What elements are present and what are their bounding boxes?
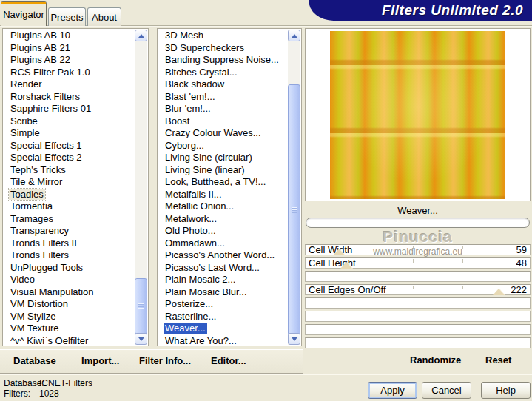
menu-import[interactable]: Import... (81, 355, 119, 366)
preview-box[interactable] (305, 28, 531, 201)
chevron-down-icon (138, 337, 144, 341)
reset-button[interactable]: Reset (485, 354, 511, 365)
parameter-sliders: Cell Width59Cell Height48Cell Edges On/O… (305, 244, 531, 351)
slider-value: 222 (511, 285, 527, 295)
scroll-up-button[interactable] (135, 30, 147, 41)
scrollbar-thumb[interactable] (288, 84, 300, 335)
randomize-reset-bar: Randomize Reset (305, 348, 531, 373)
filter-item[interactable]: Boost (164, 115, 288, 128)
filter-item[interactable]: Metalfalls II... (164, 189, 288, 201)
category-item[interactable]: Tronds Filters (9, 249, 135, 262)
category-item[interactable]: VM Stylize (9, 311, 135, 323)
filter-item[interactable]: Metalwork... (164, 213, 288, 226)
watermark-name: Pinuccia (305, 228, 531, 246)
category-item[interactable]: VM Distortion (9, 298, 135, 311)
scroll-down-button[interactable] (135, 333, 147, 345)
filter-item[interactable]: Posterize... (164, 298, 288, 311)
category-item[interactable]: Tramages (9, 213, 135, 226)
filter-item[interactable]: Weaver... (164, 323, 288, 335)
category-item[interactable]: VM Texture (9, 323, 135, 335)
progress-bar (306, 218, 530, 228)
cancel-button[interactable]: Cancel (422, 382, 471, 399)
category-item[interactable]: Plugins AB 21 (9, 42, 135, 55)
category-item[interactable]: Scribe (9, 115, 135, 128)
chevron-up-icon (292, 34, 297, 38)
filter-item[interactable]: 3D Mesh (164, 30, 288, 42)
category-item[interactable]: Tormentia (9, 200, 135, 213)
menu-filter-info[interactable]: Filter Info... (139, 355, 191, 366)
filter-item[interactable]: What Are You?... (164, 335, 288, 346)
filter-scrollbar[interactable] (288, 30, 300, 345)
filter-item[interactable]: Cyborg... (164, 140, 288, 152)
slider-cell-edges-on-off[interactable]: Cell Edges On/Off222 (305, 284, 531, 295)
category-scrollbar[interactable] (135, 30, 147, 345)
filter-item[interactable]: 3D Supercheckers (164, 42, 288, 55)
category-item[interactable]: Visual Manipulation (9, 286, 135, 299)
slider-row-empty (305, 337, 531, 348)
filter-item[interactable]: Picasso's Another Word... (164, 249, 288, 262)
category-item[interactable]: Rorshack Filters (9, 91, 135, 104)
category-item[interactable]: Video (9, 274, 135, 286)
category-item[interactable]: Teph's Tricks (9, 164, 135, 177)
category-item[interactable]: Render (9, 78, 135, 91)
slider-thumb[interactable] (493, 289, 505, 295)
title-banner: Filters Unlimited 2.0 (309, 0, 532, 21)
preview-image[interactable] (330, 31, 505, 199)
category-item[interactable]: Plugins AB 10 (9, 30, 135, 42)
filter-item[interactable]: Old Photo... (164, 225, 288, 237)
menu-database[interactable]: Database (13, 355, 56, 366)
slider-thumb[interactable] (333, 249, 345, 255)
category-item[interactable]: ^v^ Kiwi`s Oelfilter (9, 335, 135, 346)
category-item[interactable]: Sapphire Filters 01 (9, 103, 135, 115)
slider-tick (413, 286, 414, 289)
category-item[interactable]: UnPlugged Tools (9, 262, 135, 274)
slider-cell-height[interactable]: Cell Height48 (305, 257, 531, 269)
help-button[interactable]: Help (481, 382, 531, 399)
filter-item[interactable]: Ommadawn... (164, 237, 288, 250)
category-item[interactable]: Special Effects 2 (9, 152, 135, 164)
apply-button[interactable]: Apply (368, 382, 417, 399)
category-item[interactable]: Special Effects 1 (9, 140, 135, 152)
filters-unlimited-dialog: Filters Unlimited 2.0 NavigatorPresetsAb… (0, 0, 532, 401)
slider-cell-width[interactable]: Cell Width59 (305, 244, 531, 255)
tab-about[interactable]: About (87, 7, 121, 26)
chevron-up-icon (138, 34, 144, 38)
scroll-down-button[interactable] (288, 333, 300, 345)
filter-item[interactable]: Blur 'em!... (164, 103, 288, 115)
filter-item[interactable]: Rasterline... (164, 311, 288, 323)
category-item[interactable]: Tile & Mirror (9, 176, 135, 189)
filter-item[interactable]: Living Sine (circular) (164, 152, 288, 164)
filter-item[interactable]: Blast 'em!... (164, 91, 288, 104)
slider-tick (462, 259, 463, 263)
category-item[interactable]: Toadies (9, 189, 135, 201)
tab-navigator[interactable]: Navigator (1, 1, 47, 26)
category-item[interactable]: Plugins AB 22 (9, 54, 135, 67)
randomize-button[interactable]: Randomize (410, 354, 461, 365)
filter-list[interactable]: 3D Mesh3D SupercheckersBanding Suppress … (157, 28, 302, 346)
slider-thumb[interactable] (340, 262, 352, 269)
filter-item[interactable]: Banding Suppress Noise... (164, 54, 288, 67)
filter-item[interactable]: Look, Butthead, a TV!... (164, 176, 288, 189)
scroll-up-button[interactable] (288, 30, 300, 41)
slider-tick (462, 286, 463, 289)
bottom-divider (0, 374, 532, 374)
filter-item[interactable]: Plain Mosaic 2... (164, 274, 288, 286)
menu-editor[interactable]: Editor... (211, 355, 246, 366)
category-list[interactable]: Plugins AB 10Plugins AB 21Plugins AB 22R… (2, 28, 149, 346)
category-item[interactable]: Tronds Filters II (9, 237, 135, 250)
category-item[interactable]: RCS Filter Pak 1.0 (9, 67, 135, 79)
filter-item[interactable]: Picasso's Last Word... (164, 262, 288, 274)
filter-item[interactable]: Crazy Colour Waves... (164, 127, 288, 140)
scrollbar-thumb[interactable] (135, 278, 147, 334)
slider-row-empty (305, 311, 531, 322)
category-item[interactable]: Simple (9, 127, 135, 140)
filter-item[interactable]: Living Sine (linear) (164, 164, 288, 177)
filter-item[interactable]: Plain Mosaic Blur... (164, 286, 288, 299)
window-title: Filters Unlimited 2.0 (382, 2, 523, 18)
slider-row-empty (305, 297, 531, 309)
filter-item[interactable]: Metallic Onion... (164, 200, 288, 213)
filter-item[interactable]: Bitches Crystal... (164, 67, 288, 79)
tab-presets[interactable]: Presets (48, 7, 86, 26)
filter-item[interactable]: Black shadow (164, 78, 288, 91)
category-item[interactable]: Transparency (9, 225, 135, 237)
